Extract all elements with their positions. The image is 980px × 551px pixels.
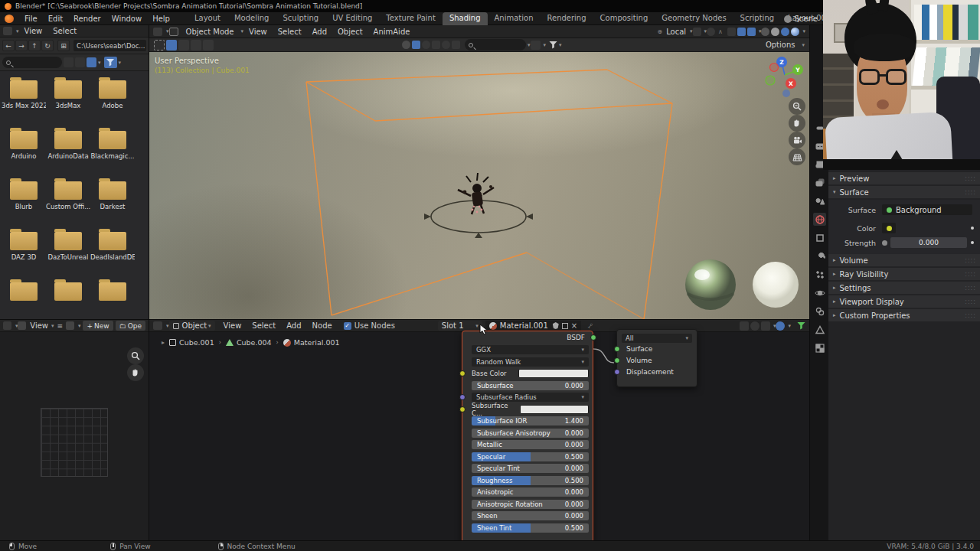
node-input-5-color[interactable]: Subsurface C... [472,405,589,414]
section-custom-properties[interactable]: ▸Custom Properties:::: [828,309,980,321]
folder-item[interactable] [2,282,46,304]
filter-list-icon[interactable] [531,41,541,50]
node-input-15-slider[interactable]: Sheen Tint0.500 [472,523,589,533]
menu-window[interactable]: Window [106,15,147,23]
section-preview[interactable]: ▸Preview:::: [828,172,980,184]
properties-tab-modifiers[interactable] [813,249,826,262]
vp-menu-add[interactable]: Add [307,28,332,36]
folder-item[interactable]: DeadIslandDE [90,232,135,261]
new-folder-button[interactable]: ⊞ [57,40,70,51]
folder-item[interactable]: ArduinoData [46,131,90,160]
node-input-9-slider[interactable]: Specular0.500 [472,452,589,461]
workspace-tab-sculpting[interactable]: Sculpting [276,12,325,25]
node-input-0-dropdown[interactable]: GGX▾ [472,345,589,354]
world-icon[interactable] [442,41,450,49]
animate-dot[interactable] [971,241,974,244]
properties-tab-view-layer[interactable] [813,176,826,189]
select-subtract-icon[interactable] [191,40,201,51]
section-surface[interactable]: ▾Surface:::: [828,186,980,198]
xray-toggle-icon[interactable] [737,28,746,36]
snap-icon[interactable] [761,321,770,331]
back-button[interactable]: ← [2,40,15,51]
shader-type-dropdown[interactable]: Object▾ [169,321,215,331]
thumbnail-view-icon[interactable] [87,57,96,67]
fb-menu-select[interactable]: Select [47,27,82,35]
folder-item[interactable] [46,282,90,304]
surface-shader-dropdown[interactable]: Background [882,204,972,215]
properties-tab-constraints[interactable] [813,305,826,318]
mask-icon[interactable] [402,41,410,49]
browse-image-icon[interactable] [66,321,74,330]
brush-icon[interactable] [452,41,460,49]
breadcrumb-item[interactable]: Cube.001 [179,338,214,347]
scene-selector[interactable]: Scene [784,12,818,25]
select-intersect-icon[interactable] [203,40,214,51]
folder-item[interactable]: DAZ 3D [2,232,46,261]
zoom-button[interactable] [127,347,144,364]
show-gizmo-icon[interactable] [727,28,736,36]
new-image-button[interactable]: + New [83,321,113,331]
node-input-6-slider[interactable]: Subsurface IOR1.400 [472,416,589,425]
node-input-14-slider[interactable]: Sheen0.000 [472,511,589,520]
mode-dropdown[interactable]: Object Mode [181,28,240,36]
input-socket[interactable] [459,406,466,412]
up-button[interactable]: ↑ [28,40,41,51]
node-input-3-slider[interactable]: Subsurface0.000 [472,381,589,390]
vp-menu-object[interactable]: Object [332,28,368,36]
color-field[interactable] [520,405,589,414]
users-icon[interactable] [432,41,440,49]
folder-item[interactable]: Blurb [2,181,46,210]
select-box-icon[interactable] [166,40,177,51]
folder-item[interactable]: Custom Offi... [46,181,90,210]
viewport-canvas[interactable]: Z Y X User Perspective (113) Collection … [149,52,809,319]
section-volume[interactable]: ▸Volume:::: [828,254,980,266]
properties-tab-world[interactable] [813,213,826,226]
workspace-tab-modeling[interactable]: Modeling [227,12,276,25]
input-socket[interactable] [614,357,620,364]
camera-view-button[interactable] [789,132,805,148]
bsdf-output-socket[interactable] [590,334,596,341]
fake-user-icon[interactable] [553,322,559,329]
strength-slider[interactable]: 0.000 [890,237,967,248]
breadcrumb-item[interactable]: Cube.004 [237,338,272,347]
folder-item[interactable]: DazToUnreal [46,232,90,261]
preview-shading-icon[interactable] [776,321,785,331]
folder-item[interactable]: 3ds Max 2022 [2,80,46,109]
workspace-tab-rendering[interactable]: Rendering [540,12,593,25]
editor-type-icon[interactable] [3,321,11,330]
shading-solid-icon[interactable] [771,28,779,36]
properties-tab-scene[interactable] [813,194,826,207]
folder-item[interactable] [90,282,135,304]
properties-tab-physics[interactable] [813,286,826,299]
output-target-dropdown[interactable]: All▾ [622,334,692,343]
search-input[interactable] [2,57,62,68]
menu-icon[interactable]: ≡ [57,322,64,330]
filter-funnel-icon[interactable] [549,41,557,49]
face-set-icon[interactable] [412,41,420,49]
folder-item[interactable]: 3dsMax [46,80,90,109]
node-input-1-dropdown[interactable]: Random Walk▾ [472,357,589,367]
shading-rendered-icon[interactable] [791,28,799,36]
transform-orientation[interactable]: Local [664,28,688,36]
node-input-4-dropdown[interactable]: Subsurface Radius▾ [472,393,589,402]
editor-type-icon[interactable] [153,321,162,330]
properties-tab-object-data[interactable] [813,323,826,336]
zoom-button[interactable] [789,98,805,115]
editor-type-icon[interactable] [3,27,12,35]
view-menu[interactable]: View [28,321,50,330]
color-swatch[interactable] [882,223,896,233]
workspace-tab-uv-editing[interactable]: UV Editing [325,12,379,25]
menu-render[interactable]: Render [68,15,106,23]
toolbar-search-input[interactable] [465,39,526,51]
workspace-tab-shading[interactable]: Shading [443,12,488,25]
workspace-tab-compositing[interactable]: Compositing [593,12,655,25]
fb-menu-view[interactable]: View [19,27,48,35]
node-input-7-slider[interactable]: Subsurface Anisotropy0.000 [472,429,589,438]
parent-node-icon[interactable] [740,321,749,331]
folder-item[interactable]: Darkest [90,181,135,210]
pan-hand-button[interactable] [789,115,805,132]
snap-icon[interactable] [693,28,701,36]
folder-item[interactable]: Adobe [90,80,135,109]
input-socket[interactable] [459,370,466,377]
overlay-icon[interactable] [750,321,760,331]
